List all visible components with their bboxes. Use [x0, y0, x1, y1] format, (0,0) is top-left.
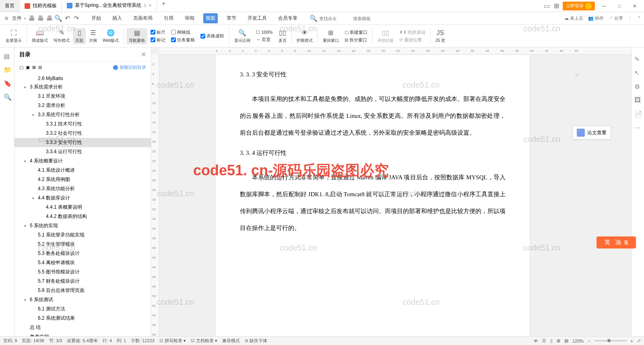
- image-icon[interactable]: 🖼: [634, 97, 642, 104]
- ruler-horizontal[interactable]: 6422468101214161820222426283032343638404…: [159, 47, 631, 55]
- indent-icon[interactable]: ≡: [575, 72, 579, 79]
- tree-collapse-icon[interactable]: ▣: [26, 65, 30, 70]
- navpane-button[interactable]: ▤导航窗格: [126, 28, 147, 44]
- status-page[interactable]: 页码: 9: [3, 338, 17, 344]
- spellcheck-button[interactable]: ☑ 拼写检查 ▾: [159, 338, 186, 344]
- close-icon[interactable]: ✕: [149, 3, 152, 8]
- find-icon[interactable]: 🔍: [4, 93, 11, 101]
- tree-item[interactable]: 5.5 图书馆模块设计: [14, 267, 151, 277]
- new-tab-button[interactable]: +: [157, 0, 170, 12]
- tree-expand-icon[interactable]: ▢: [19, 65, 23, 70]
- sidebyside-button[interactable]: ▯▯并排比较: [375, 28, 396, 44]
- ime-indicator[interactable]: 英`洳S: [597, 236, 636, 248]
- collab-button[interactable]: 👥 协作: [588, 15, 604, 21]
- tree-item[interactable]: 3.3.4 运行可行性: [14, 147, 151, 156]
- taskpane-checkbox[interactable]: 任务窗格: [171, 37, 195, 43]
- tree-item[interactable]: 参考文献: [14, 332, 151, 336]
- document-page[interactable]: 3. 3. 3 安全可行性 本项目采用的技术和工具都是免费的、成熟的，可以大幅度…: [216, 55, 530, 336]
- ruler-vertical[interactable]: 2468101214161820222426283032343638404244…: [151, 55, 159, 336]
- tree-item[interactable]: ▾3.3 系统可行性分析: [14, 110, 151, 119]
- status-pages[interactable]: 页面: 14/38: [22, 338, 44, 344]
- tree-item[interactable]: 3.3.3 安全可行性: [14, 138, 151, 147]
- fullscreen-button[interactable]: ⛶全屏显示: [3, 28, 24, 44]
- menu-tab-insert[interactable]: 插入: [110, 13, 124, 23]
- hundred-button[interactable]: ☐ 100%: [256, 30, 272, 35]
- status-setvalue[interactable]: 设置值: 6.4厘米: [67, 338, 97, 344]
- tree-item[interactable]: 4.4.1 表概要说明: [14, 203, 151, 212]
- login-button[interactable]: 立即登录: [563, 2, 595, 10]
- menu-icon[interactable]: ≡: [3, 15, 10, 22]
- more-icon[interactable]: ⋮: [628, 16, 632, 21]
- status-chars[interactable]: 字数: 12223: [131, 338, 155, 344]
- tree-item[interactable]: 6.1 测试方法: [14, 304, 151, 314]
- save-icon[interactable]: 🖶: [29, 15, 35, 22]
- eyecare-button[interactable]: 👁护眼模式: [294, 28, 315, 44]
- template-search-input[interactable]: [353, 16, 385, 21]
- tableframe-checkbox[interactable]: 表格虚框: [200, 33, 224, 39]
- showratio-button[interactable]: 🔍显示比例: [232, 28, 253, 44]
- preview-icon[interactable]: 🔍: [55, 15, 62, 22]
- grid-checkbox[interactable]: 网格线: [171, 29, 195, 35]
- settings-icon[interactable]: ⚙: [634, 83, 642, 90]
- writemode-button[interactable]: ✎写作模式: [51, 28, 72, 44]
- zoom-slider[interactable]: [594, 340, 627, 341]
- chevron-down-icon[interactable]: ▾: [24, 85, 28, 89]
- pagewidth-button[interactable]: ↔ 页宽: [256, 37, 272, 43]
- tree-item[interactable]: 5.7 财务处模块设计: [14, 277, 151, 286]
- chevron-down-icon[interactable]: ▾: [32, 196, 36, 200]
- redo-icon[interactable]: ↷: [73, 15, 79, 22]
- tree-item[interactable]: 4.1 系统设计概述: [14, 166, 151, 175]
- tree-item[interactable]: 4.3 系统功能分析: [14, 184, 151, 193]
- view-icon-2[interactable]: ☰: [542, 338, 546, 343]
- tree-item[interactable]: 总 结: [14, 323, 151, 332]
- outline-close-icon[interactable]: ✕: [141, 51, 146, 58]
- tree-item[interactable]: 3.3.1 技术可行性: [14, 119, 151, 129]
- layout-icon[interactable]: ▭: [543, 3, 550, 9]
- outline-button[interactable]: ☰大纲: [87, 28, 99, 44]
- status-col[interactable]: 列: 1: [117, 338, 126, 344]
- chevron-down-icon[interactable]: ▾: [24, 224, 28, 228]
- splitwin-button[interactable]: ⊟ 拆分窗口: [345, 37, 367, 43]
- status-section[interactable]: 节: 3/3: [49, 338, 62, 344]
- close-button[interactable]: ✕: [629, 3, 641, 9]
- mark-checkbox[interactable]: 标记: [151, 37, 165, 43]
- cursor-icon[interactable]: ↖: [634, 69, 642, 76]
- ruler-checkbox[interactable]: 标尺: [151, 29, 165, 35]
- contentcheck-button[interactable]: ☑ 文档检查 ▾: [191, 338, 217, 344]
- newwin-button[interactable]: ▢ 新建窗口: [345, 29, 367, 35]
- tree-item[interactable]: ▾6 系统测试: [14, 295, 151, 304]
- missingfont-button[interactable]: ⊘ 缺失字体: [245, 338, 267, 344]
- collapse-icon[interactable]: ⌃: [637, 16, 641, 21]
- cloud-status[interactable]: ☁ 未上云: [564, 15, 583, 21]
- tab-templates[interactable]: 找稻壳模板: [20, 0, 62, 12]
- menu-tab-section[interactable]: 章节: [224, 13, 239, 23]
- tree-item[interactable]: 2.6 MyBatis: [14, 74, 151, 82]
- chevron-down-icon[interactable]: ▾: [24, 298, 28, 302]
- multipage-button[interactable]: ▯▯多页: [276, 28, 289, 44]
- tab-home[interactable]: 首页: [0, 0, 20, 12]
- tree-item[interactable]: 5.4 离校申请模块: [14, 258, 151, 267]
- zoom-value[interactable]: 120%: [572, 339, 584, 343]
- view-icon-4[interactable]: ⊞: [557, 338, 560, 343]
- tree-item[interactable]: 5.3 教务处模块设计: [14, 249, 151, 258]
- menu-tab-start[interactable]: 开始: [89, 13, 103, 23]
- menu-tab-vip[interactable]: 会员专享: [276, 13, 300, 23]
- command-search[interactable]: 🔍: [310, 14, 385, 22]
- tree-item[interactable]: 4.2 系统用例图: [14, 175, 151, 184]
- menu-tab-devtools[interactable]: 开发工具: [245, 13, 269, 23]
- smart-outline-button[interactable]: 智能识别目录: [113, 64, 146, 70]
- toc-icon[interactable]: ▤: [4, 52, 11, 60]
- file-menu[interactable]: 文件: [12, 15, 22, 22]
- readmode-button[interactable]: 📖阅读版式: [29, 28, 50, 44]
- minimize-button[interactable]: —: [598, 3, 610, 9]
- chevron-down-icon[interactable]: ▾: [24, 159, 28, 163]
- menu-tab-references[interactable]: 引用: [161, 13, 176, 23]
- pencil-icon[interactable]: ✎: [634, 55, 642, 63]
- undo-icon[interactable]: ↶: [64, 15, 70, 22]
- tree-item[interactable]: 3.2 需求分析: [14, 101, 151, 110]
- zoom-out-button[interactable]: −: [588, 339, 590, 343]
- tree-item[interactable]: ▾4.4 数据库设计: [14, 193, 151, 203]
- rearrange-button[interactable]: ⊞重排窗口: [320, 28, 341, 44]
- tree-item[interactable]: ▾5 系统的实现: [14, 221, 151, 230]
- tree-item[interactable]: 5.1 系统登录功能实现: [14, 230, 151, 240]
